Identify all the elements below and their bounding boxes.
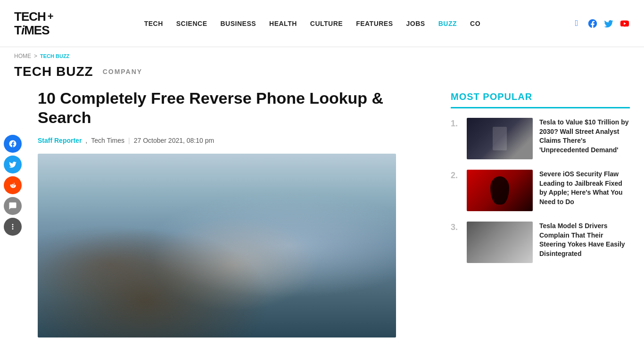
- meta-comma: ,: [85, 137, 87, 144]
- popular-image-2: [467, 170, 533, 211]
- meta-separator: |: [128, 137, 130, 144]
- popular-image-1-bg: [467, 118, 533, 159]
- nav-health[interactable]: HEALTH: [269, 20, 297, 27]
- logo-tech: TECH: [14, 10, 46, 24]
- nav-culture[interactable]: CULTURE: [310, 20, 343, 27]
- article-meta: Staff Reporter , Tech Times | 27 October…: [38, 137, 432, 144]
- nav-business[interactable]: BUSINESS: [220, 20, 256, 27]
- author-link[interactable]: Staff Reporter: [38, 137, 82, 144]
- popular-image-3-bg: [467, 222, 533, 263]
- youtube-header-icon[interactable]: [619, 18, 630, 29]
- nav-buzz[interactable]: BUZZ: [438, 20, 457, 27]
- popular-image-1-decoration: [493, 127, 507, 150]
- site-header: TECH + TiMES TECH SCIENCE BUSINESS HEALT…: [0, 0, 644, 47]
- sidebar-facebook-button[interactable]: [4, 135, 22, 153]
- breadcrumb-home[interactable]: HOME: [14, 53, 31, 59]
- nav-features[interactable]: FEATURES: [356, 20, 393, 27]
- article-area: 10 Completely Free Reverse Phone Lookup …: [38, 87, 432, 337]
- nav-jobs[interactable]: JOBS: [406, 20, 425, 27]
- popular-number-2: 2.: [451, 170, 460, 181]
- meta-date: 27 October 2021, 08:10 pm: [134, 137, 214, 144]
- facebook-icon[interactable]: : [571, 18, 582, 29]
- popular-item-3: 3. Tesla Model S Drivers Complain That T…: [451, 222, 630, 263]
- breadcrumb-sep: >: [34, 53, 37, 59]
- sidebar-more-button[interactable]: [4, 218, 22, 236]
- page-header-section: TECH BUZZ COMPANY: [0, 62, 644, 87]
- article-image-inner: [38, 154, 396, 337]
- popular-image-2-silhouette: [490, 176, 509, 205]
- breadcrumb: HOME > TECH BUZZ: [0, 47, 644, 62]
- most-popular-heading: MOST POPULAR: [451, 91, 630, 108]
- nav-science[interactable]: SCIENCE: [176, 20, 207, 27]
- sidebar-chat-button[interactable]: [4, 197, 22, 215]
- left-social-sidebar: [0, 132, 25, 239]
- article-title: 10 Completely Free Reverse Phone Lookup …: [38, 87, 432, 127]
- twitter-header-icon[interactable]: [603, 18, 614, 29]
- sidebar-reddit-button[interactable]: [4, 176, 22, 194]
- site-logo[interactable]: TECH + TiMES: [14, 10, 53, 37]
- header-social: : [571, 18, 630, 29]
- popular-number-1: 1.: [451, 118, 460, 129]
- popular-image-3: [467, 222, 533, 263]
- popular-text-1[interactable]: Tesla to Value $10 Trillion by 2030? Wal…: [539, 118, 630, 155]
- meta-publication: Tech Times: [91, 137, 124, 144]
- page-subtitle: COMPANY: [103, 68, 143, 75]
- facebook-header-icon[interactable]: [587, 18, 598, 29]
- breadcrumb-current: TECH BUZZ: [40, 53, 69, 59]
- page-title: TECH BUZZ: [14, 64, 93, 79]
- popular-text-2[interactable]: Severe iOS Security Flaw Leading to Jail…: [539, 170, 630, 206]
- popular-text-3[interactable]: Tesla Model S Drivers Complain That Thei…: [539, 222, 630, 258]
- sidebar-twitter-button[interactable]: [4, 156, 22, 173]
- right-sidebar: MOST POPULAR 1. Tesla to Value $10 Trill…: [451, 87, 630, 337]
- main-layout: 10 Completely Free Reverse Phone Lookup …: [0, 87, 644, 337]
- popular-item-1: 1. Tesla to Value $10 Trillion by 2030? …: [451, 118, 630, 159]
- main-nav: TECH SCIENCE BUSINESS HEALTH CULTURE FEA…: [144, 20, 480, 27]
- popular-image-1: [467, 118, 533, 159]
- popular-item-2: 2. Severe iOS Security Flaw Leading to J…: [451, 170, 630, 211]
- logo-times: TiMES: [14, 24, 53, 37]
- logo-plus: +: [48, 11, 53, 22]
- article-image: [38, 154, 396, 337]
- popular-image-2-bg: [467, 170, 533, 211]
- nav-co[interactable]: CO: [470, 20, 480, 27]
- popular-number-3: 3.: [451, 222, 460, 232]
- nav-tech[interactable]: TECH: [144, 20, 163, 27]
